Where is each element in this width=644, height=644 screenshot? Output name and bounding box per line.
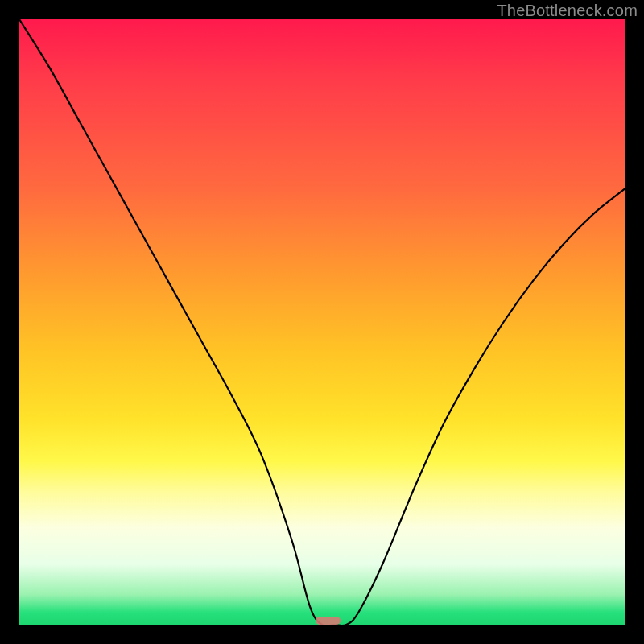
minimum-marker (316, 617, 340, 625)
watermark-text: TheBottleneck.com (497, 2, 638, 20)
plot-area (19, 19, 625, 625)
bottleneck-curve (19, 19, 625, 625)
outer-frame: TheBottleneck.com (0, 0, 644, 644)
